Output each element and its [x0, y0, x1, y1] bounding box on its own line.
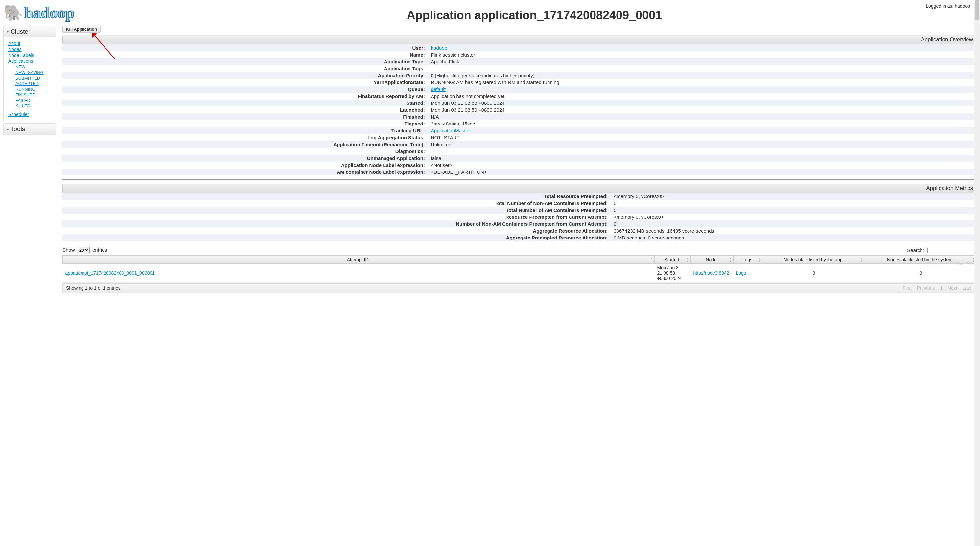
- label-am-node-label-expr: AM container Node Label expression:: [62, 168, 428, 175]
- label-tnam: Total Number of Non-AM Containers Preemp…: [62, 200, 611, 206]
- datatable-paginate: First Previous 1 Next Last: [901, 286, 973, 291]
- label-tam: Total Number of AM Containers Preempted:: [62, 206, 611, 214]
- paginate-next[interactable]: Next: [948, 286, 957, 291]
- attempt-link[interactable]: appattempt_1717420082409_0001_000001: [65, 270, 155, 276]
- value-am-node-label-expr: <DEFAULT_PARTITION>: [428, 168, 977, 175]
- logo-area: 🐘 hadoop: [3, 3, 95, 22]
- sidebar-link-new-saving[interactable]: NEW_SAVING: [16, 70, 52, 75]
- sidebar-link-finished[interactable]: FINISHED: [16, 92, 52, 97]
- sidebar-link-running[interactable]: RUNNING: [16, 87, 52, 92]
- datatable-search-control: Search:: [907, 248, 977, 253]
- value-agg: 33674232 MB-seconds, 16435 vcore-seconds: [611, 227, 977, 234]
- sort-icon: ▴▾: [687, 257, 689, 262]
- sidebar-link-accepted[interactable]: ACCEPTED: [16, 81, 52, 86]
- value-node-label-expr: <Not set>: [428, 162, 977, 168]
- sidebar-link-nodes[interactable]: Nodes: [8, 47, 52, 52]
- kill-application-button[interactable]: Kill Application: [62, 25, 100, 33]
- label-trp: Total Resource Preempted:: [62, 193, 611, 200]
- paginate-first[interactable]: First: [903, 286, 912, 291]
- sidebar-link-killed[interactable]: KILLED: [16, 103, 52, 108]
- label-queue: Queue:: [62, 86, 428, 93]
- page-title: Application application_1717420082409_00…: [95, 8, 974, 22]
- sort-icon: ▴▾: [759, 257, 761, 262]
- search-label: Search:: [907, 248, 924, 253]
- logs-link[interactable]: Logs: [736, 270, 746, 276]
- value-elapsed: 2hrs, 48mins, 45sec: [428, 120, 977, 127]
- label-state: YarnApplicationState:: [62, 79, 428, 86]
- label-type: Application Type:: [62, 58, 428, 65]
- value-timeout: Unlimited: [428, 141, 977, 148]
- node-link[interactable]: http://node3:8042: [694, 270, 729, 276]
- label-name: Name:: [62, 51, 428, 58]
- value-finished: N/A: [428, 113, 977, 120]
- value-tnam: 0: [611, 200, 977, 206]
- cell-started: Mon Jun 3 21:08:58 +0800 2024: [655, 264, 691, 283]
- sidebar-link-applications[interactable]: Applications: [8, 59, 52, 64]
- value-aggp: 0 MB-seconds, 0 vcore-seconds: [611, 234, 977, 241]
- application-overview-table: User:hadoop Name:Flink session cluster A…: [62, 44, 977, 175]
- value-launched: Mon Jun 03 21:08:59 +0800 2024: [428, 106, 977, 113]
- value-state: RUNNING: AM has registered with RM and s…: [428, 79, 977, 86]
- logo-text: hadoop: [24, 4, 74, 22]
- sidebar: Cluster About Nodes Node Labels Applicat…: [3, 25, 56, 293]
- value-priority: 0 (Higher Integer value indicates higher…: [428, 72, 977, 79]
- label-timeout: Application Timeout (Remaining Time):: [62, 141, 428, 148]
- vertical-scrollbar[interactable]: [974, 0, 980, 293]
- th-logs[interactable]: Logs▴▾: [733, 256, 763, 264]
- cell-blacklist-app: 0: [763, 264, 865, 283]
- application-metrics-title: Application Metrics: [62, 184, 977, 193]
- label-launched: Launched:: [62, 106, 428, 113]
- th-blacklist-app[interactable]: Nodes blacklisted by the app▴▾: [763, 256, 865, 264]
- label-agg: Aggregate Resource Allocation:: [62, 227, 611, 234]
- value-type: Apache Flink: [428, 58, 977, 65]
- paginate-page-1[interactable]: 1: [940, 286, 943, 291]
- label-rpc: Resource Preempted from Current Attempt:: [62, 214, 611, 221]
- label-diagnostics: Diagnostics:: [62, 148, 428, 155]
- sort-icon: ▴▾: [730, 257, 731, 262]
- label-priority: Application Priority:: [62, 72, 428, 79]
- value-user[interactable]: hadoop: [431, 45, 447, 51]
- label-nnam: Number of Non-AM Containers Preempted fr…: [62, 221, 611, 227]
- label-finished: Finished:: [62, 113, 428, 120]
- sidebar-link-scheduler[interactable]: Scheduler: [8, 112, 52, 117]
- value-trp: <memory:0, vCores:0>: [611, 193, 977, 200]
- elephant-icon: 🐘: [3, 3, 23, 22]
- entries-label: entries: [92, 247, 107, 252]
- sidebar-link-failed[interactable]: FAILED: [16, 98, 52, 103]
- show-label: Show: [62, 247, 75, 252]
- sidebar-link-about[interactable]: About: [8, 41, 52, 46]
- paginate-last[interactable]: Last: [963, 286, 971, 291]
- datatable-length-control: Show 20 entries: [62, 247, 107, 253]
- label-user: User:: [62, 44, 428, 51]
- value-tracking[interactable]: ApplicationMaster: [431, 128, 470, 133]
- label-unmanaged: Unmanaged Application:: [62, 155, 428, 162]
- search-input[interactable]: [928, 248, 977, 253]
- sidebar-cluster-header[interactable]: Cluster: [4, 26, 56, 37]
- value-nnam: 0: [611, 221, 977, 227]
- section-divider: [62, 179, 977, 180]
- logged-in-user: Logged in as: hadoop: [926, 3, 970, 8]
- watermark: CSDN @Hadoop_Liang: [930, 260, 972, 265]
- value-unmanaged: false: [428, 155, 977, 162]
- value-rpc: <memory:0, vCores:0>: [611, 214, 977, 221]
- label-final: FinalStatus Reported by AM:: [62, 93, 428, 100]
- sort-icon: ▾: [651, 257, 652, 260]
- entries-select[interactable]: 20: [78, 247, 90, 253]
- th-node[interactable]: Node▴▾: [691, 256, 733, 264]
- sort-icon: ▴▾: [861, 257, 863, 262]
- hadoop-logo: 🐘 hadoop: [3, 3, 95, 22]
- value-diagnostics: [428, 148, 977, 155]
- th-attempt-id[interactable]: Attempt ID▾: [63, 256, 655, 264]
- scrollbar-thumb[interactable]: [975, 0, 979, 20]
- value-tags: [428, 65, 977, 72]
- paginate-prev[interactable]: Previous: [917, 286, 935, 291]
- label-started: Started:: [62, 100, 428, 106]
- sidebar-link-node-labels[interactable]: Node Labels: [8, 52, 52, 58]
- value-queue[interactable]: default: [431, 86, 445, 92]
- application-metrics-table: Total Resource Preempted:<memory:0, vCor…: [62, 193, 977, 241]
- sidebar-link-new[interactable]: NEW: [16, 64, 52, 69]
- sidebar-tools-header[interactable]: Tools: [4, 124, 56, 135]
- sidebar-link-submitted[interactable]: SUBMITTED: [16, 76, 52, 81]
- th-started[interactable]: Started▴▾: [655, 256, 691, 264]
- attempts-table: Attempt ID▾ Started▴▾ Node▴▾ Logs▴▾ Node…: [62, 255, 977, 283]
